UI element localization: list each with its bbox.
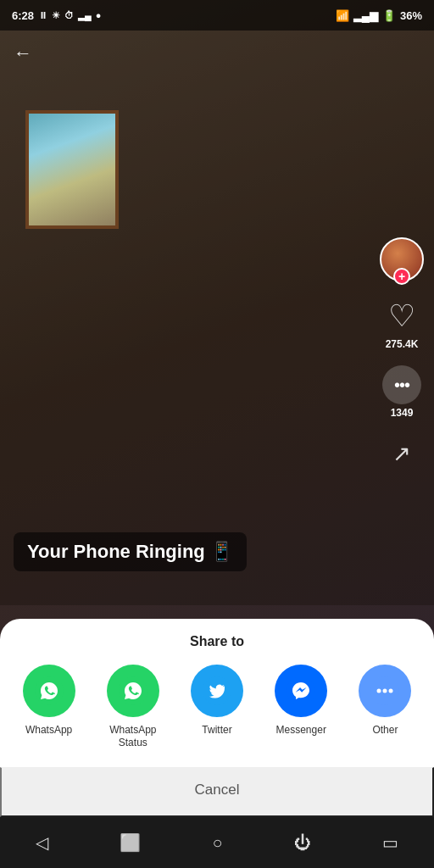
battery-icon: 🔋 (382, 9, 396, 22)
power-nav-icon[interactable]: ⏻ (294, 833, 311, 853)
comment-action[interactable]: ••• 1349 (382, 365, 421, 419)
back-button[interactable]: ← (14, 42, 32, 64)
share-messenger[interactable]: Messenger (259, 665, 343, 737)
whatsapp-label: WhatsApp (25, 724, 72, 737)
time-display: 6:28 (12, 9, 34, 22)
like-action[interactable]: ♡ 275.4K (382, 297, 421, 350)
song-title-text: Your Phone Ringing 📱 (27, 541, 233, 563)
messenger-icon-btn (275, 665, 327, 717)
messenger-label: Messenger (276, 724, 326, 737)
like-count: 275.4K (386, 338, 419, 350)
brightness-icon: ☀ (52, 10, 60, 21)
comment-icon-wrap: ••• (382, 365, 421, 404)
follow-button[interactable]: + (393, 268, 410, 285)
comment-count: 1349 (391, 407, 414, 419)
share-whatsapp-status[interactable]: WhatsAppStatus (91, 665, 175, 750)
dot-icon: ● (96, 10, 102, 20)
recents-nav-icon[interactable]: ⬜ (120, 832, 141, 853)
back-nav-icon[interactable]: ◁ (36, 832, 48, 853)
status-bar-left: 6:28 ⏸ ☀ ⏱ ▂▄ ● (12, 9, 101, 22)
twitter-label: Twitter (202, 724, 231, 737)
status-bar: 6:28 ⏸ ☀ ⏱ ▂▄ ● 📶 ▂▄▆ 🔋 36% (0, 0, 434, 31)
home-nav-icon[interactable]: ○ (212, 833, 222, 853)
wall-painting (25, 110, 119, 229)
share-sheet: Share to WhatsApp WhatsAppStatus (0, 619, 434, 817)
whatsapp-icon-btn (23, 665, 75, 717)
other-icon-btn (359, 665, 411, 717)
share-other[interactable]: Other (343, 665, 427, 737)
timer-icon: ⏱ (64, 10, 74, 20)
svg-point-3 (287, 676, 315, 705)
pause-icon: ⏸ (38, 10, 47, 20)
whatsapp-status-icon-btn (107, 665, 159, 717)
creator-avatar[interactable]: + (380, 237, 424, 281)
share-icon: ↗ (392, 441, 411, 467)
heart-icon: ♡ (388, 301, 415, 331)
status-bar-right: 📶 ▂▄▆ 🔋 36% (336, 9, 422, 22)
share-action[interactable]: ↗ (382, 434, 421, 473)
share-icon-wrap: ↗ (382, 434, 421, 473)
whatsapp-status-label: WhatsAppStatus (109, 724, 156, 750)
twitter-icon-btn (191, 665, 243, 717)
share-twitter[interactable]: Twitter (175, 665, 259, 737)
svg-point-5 (377, 688, 381, 693)
navigation-bar: ◁ ⬜ ○ ⏻ ▭ (0, 817, 434, 868)
share-options-row: WhatsApp WhatsAppStatus Twitter (0, 665, 434, 750)
right-sidebar: + ♡ 275.4K ••• 1349 ↗ (380, 237, 424, 473)
share-title: Share to (0, 634, 434, 649)
other-label: Other (372, 724, 398, 737)
share-whatsapp[interactable]: WhatsApp (7, 665, 91, 737)
battery-percent: 36% (400, 9, 422, 22)
comment-icon: ••• (394, 376, 409, 395)
song-title-overlay: Your Phone Ringing 📱 (14, 532, 247, 571)
wifi-icon: 📶 (336, 9, 349, 22)
window-nav-icon[interactable]: ▭ (382, 832, 398, 853)
heart-icon-wrap: ♡ (382, 297, 421, 336)
svg-point-7 (389, 688, 393, 693)
signal-bars-icon: ▂▄ (78, 10, 92, 21)
mobile-signal-icon: ▂▄▆ (353, 9, 378, 22)
svg-point-6 (383, 688, 387, 693)
cancel-button[interactable]: Cancel (0, 767, 434, 817)
